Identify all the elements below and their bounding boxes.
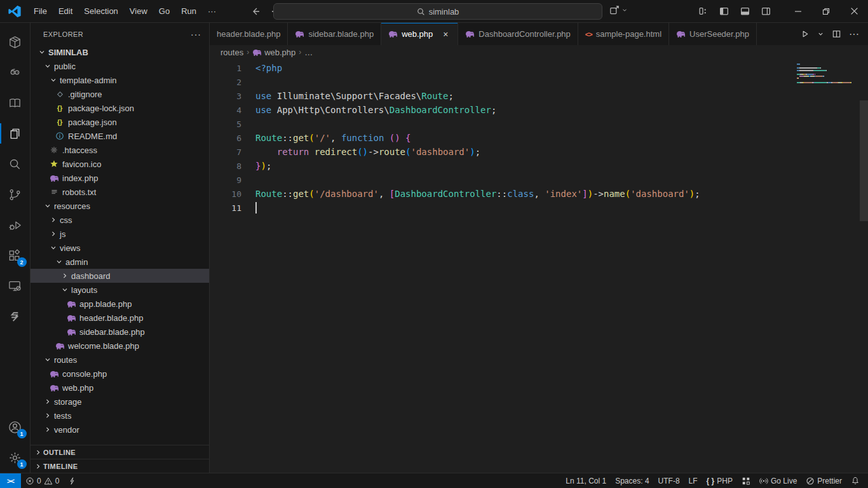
editor-actions: ··· xyxy=(800,23,868,45)
customize-layout-icon[interactable] xyxy=(698,6,709,17)
tree-item-views[interactable]: views xyxy=(31,241,209,255)
bell-icon xyxy=(851,476,860,485)
activity-package-box-icon[interactable] xyxy=(0,27,31,57)
tree-item-storage[interactable]: storage xyxy=(31,395,209,409)
tree-item-tests[interactable]: tests xyxy=(31,409,209,423)
tree-item-favicon-ico[interactable]: favicon.ico xyxy=(31,157,209,171)
tree-item-public[interactable]: public xyxy=(31,59,209,73)
menu-view[interactable]: View xyxy=(124,0,153,23)
activity-extensions-icon[interactable]: 2 xyxy=(0,240,31,271)
activity-monitor-icon[interactable] xyxy=(0,271,31,301)
tree-item-index-php[interactable]: index.php xyxy=(31,171,209,185)
tree-item-header-blade-php[interactable]: header.blade.php xyxy=(31,311,209,325)
tree-item-sidebar-blade-php[interactable]: sidebar.blade.php xyxy=(31,325,209,339)
restore-button[interactable] xyxy=(812,0,840,22)
layout-dropdown-icon[interactable] xyxy=(609,4,628,16)
broadcast-icon xyxy=(759,477,768,485)
status-go-live[interactable]: Go Live xyxy=(755,473,801,488)
activity-book-icon[interactable] xyxy=(0,88,31,118)
section-outline[interactable]: OUTLINE xyxy=(31,445,209,459)
tree-item-package-json[interactable]: {}package.json xyxy=(31,115,209,129)
toggle-secondary-sidebar-icon[interactable] xyxy=(761,6,771,17)
split-editor-icon[interactable] xyxy=(832,29,841,39)
problems-indicator[interactable]: 0 0 xyxy=(21,473,64,488)
status-notifications[interactable] xyxy=(846,473,864,488)
tab-sample-page-html[interactable]: <>sample-page.html xyxy=(578,23,669,45)
minimap[interactable] xyxy=(797,64,854,86)
status-encoding[interactable]: UTF-8 xyxy=(654,473,684,488)
menu-run[interactable]: Run xyxy=(175,0,202,23)
tree-item-console-php[interactable]: console.php xyxy=(31,367,209,381)
tree-item-label: vendor xyxy=(54,425,79,435)
tab-sidebar-blade-php[interactable]: sidebar.blade.php xyxy=(288,23,381,45)
tree-item-label: package.json xyxy=(68,118,117,127)
status-language-mode[interactable]: { }PHP xyxy=(702,473,737,488)
tab-close-icon[interactable]: × xyxy=(440,29,451,39)
activity-explorer-icon[interactable] xyxy=(0,118,31,149)
activity-settings-gear-icon[interactable]: 1 xyxy=(0,442,31,473)
chevron-small-icon[interactable] xyxy=(817,30,824,37)
tree-item-admin[interactable]: admin xyxy=(31,255,209,269)
php-elephant-icon xyxy=(48,369,60,379)
menu-selection[interactable]: Selection xyxy=(78,0,123,23)
menu-go[interactable]: Go xyxy=(153,0,175,23)
line-number: 11 xyxy=(210,203,241,213)
toggle-panel-icon[interactable] xyxy=(740,6,750,17)
tree-item-template-admin[interactable]: template-admin xyxy=(31,73,209,87)
tree-item-app-blade-php[interactable]: app.blade.php xyxy=(31,297,209,311)
remote-indicator[interactable]: >< xyxy=(0,473,21,488)
command-center-search[interactable]: siminlab xyxy=(273,3,602,20)
tab-web-php[interactable]: web.php× xyxy=(381,23,458,45)
status-ports[interactable] xyxy=(737,473,755,488)
tree-item-js[interactable]: js xyxy=(31,227,209,241)
menu-edit[interactable]: Edit xyxy=(53,0,78,23)
breadcrumb-item[interactable]: routes xyxy=(220,48,243,57)
sidebar-more-actions-icon[interactable]: ··· xyxy=(191,29,201,39)
tab-header-blade-php[interactable]: header.blade.php xyxy=(210,23,288,45)
tree-item-welcome-blade-php[interactable]: welcome.blade.php xyxy=(31,339,209,353)
tab-userseeder-php[interactable]: UserSeeder.php xyxy=(669,23,757,45)
lightning-icon[interactable] xyxy=(64,473,81,488)
tree-item-css[interactable]: css xyxy=(31,213,209,227)
tree-item-label: package-lock.json xyxy=(68,104,134,113)
activity-s-extension-icon[interactable] xyxy=(0,301,31,332)
tree-item-resources[interactable]: resources xyxy=(31,199,209,213)
tree-item-package-lock-json[interactable]: {}package-lock.json xyxy=(31,101,209,115)
slash-circle-icon xyxy=(806,477,815,485)
activity-accounts-icon[interactable]: 1 xyxy=(0,412,31,442)
tab-dashboardcontroller-php[interactable]: DashboardController.php xyxy=(458,23,578,45)
minimize-button[interactable] xyxy=(784,0,812,22)
close-button[interactable] xyxy=(840,0,868,22)
activity-faces-icon[interactable] xyxy=(0,57,31,88)
tree-item-readme-md[interactable]: README.md xyxy=(31,129,209,143)
tree-item-layouts[interactable]: layouts xyxy=(31,283,209,297)
status-cursor-position[interactable]: Ln 11, Col 1 xyxy=(561,473,611,488)
code-editor[interactable]: 1<?php23use Illuminate\Support\Facades\R… xyxy=(210,59,868,473)
run-tab-icon[interactable] xyxy=(800,29,810,39)
menu-file[interactable]: File xyxy=(28,0,53,23)
line-number: 5 xyxy=(210,119,241,129)
editor-scrollbar[interactable] xyxy=(860,100,868,221)
section-timeline[interactable]: TIMELINE xyxy=(31,459,209,473)
toggle-primary-sidebar-icon[interactable] xyxy=(719,6,729,17)
menu-more[interactable]: ··· xyxy=(202,0,222,23)
tree-item-dashboard[interactable]: dashboard xyxy=(31,269,209,283)
editor-more-actions-icon[interactable]: ··· xyxy=(849,29,859,40)
tree-item-label: template-admin xyxy=(60,76,117,85)
breadcrumb-item[interactable]: web.php xyxy=(252,48,295,57)
status-eol[interactable]: LF xyxy=(684,473,702,488)
activity-run-debug-icon[interactable] xyxy=(0,210,31,240)
tree-item-web-php[interactable]: web.php xyxy=(31,381,209,395)
tree-item-siminlab[interactable]: SIMINLAB xyxy=(31,45,209,59)
status-prettier[interactable]: Prettier xyxy=(801,473,846,488)
tree-item-routes[interactable]: routes xyxy=(31,353,209,367)
back-arrow-icon[interactable] xyxy=(248,4,262,18)
status-indentation[interactable]: Spaces: 4 xyxy=(611,473,653,488)
tree-item-robots-txt[interactable]: robots.txt xyxy=(31,185,209,199)
breadcrumb-item[interactable]: … xyxy=(304,48,313,57)
tree-item--htaccess[interactable]: .htaccess xyxy=(31,143,209,157)
tree-item-vendor[interactable]: vendor xyxy=(31,423,209,437)
tree-item--gitignore[interactable]: .gitignore xyxy=(31,87,209,101)
activity-source-control-icon[interactable] xyxy=(0,179,31,210)
activity-search-icon[interactable] xyxy=(0,149,31,179)
